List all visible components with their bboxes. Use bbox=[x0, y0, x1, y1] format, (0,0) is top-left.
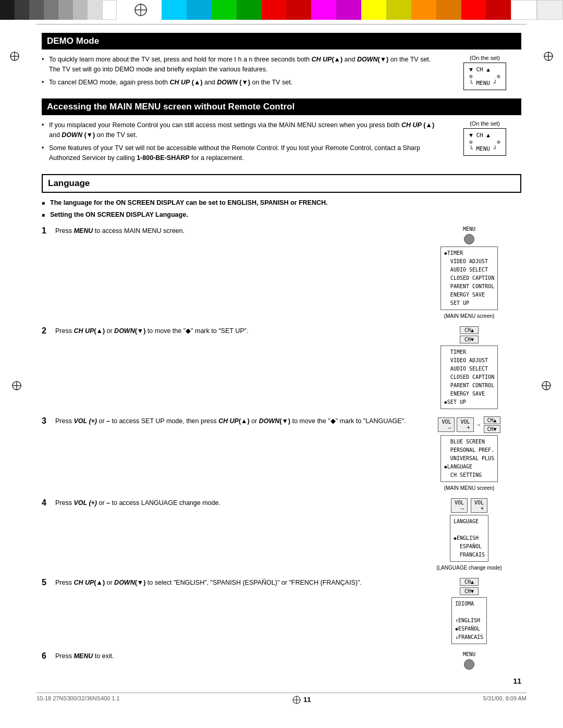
step-6-inner: Press MENU to exit. MENU bbox=[55, 651, 521, 670]
step-2-inner: Press CH UP(▲) or DOWN(▼) to move the "◆… bbox=[55, 326, 521, 409]
accessing-title: Accessing the MAIN MENU screen without R… bbox=[42, 98, 521, 115]
step-6-text: Press MENU to exit. bbox=[55, 651, 412, 661]
step-2-row: 2 Press CH UP(▲) or DOWN(▼) to move the … bbox=[42, 326, 521, 409]
left-reg-mark bbox=[9, 51, 20, 63]
step-3-content: Press VOL (+) or – to access SET UP mode… bbox=[55, 416, 521, 491]
step-6-row: 6 Press MENU to exit. MENU bbox=[42, 651, 521, 670]
menu-button-icon bbox=[464, 234, 474, 244]
language-square-bullets: The language for the ON SCREEN DISPLAY c… bbox=[42, 198, 521, 220]
demo-bullet-1: To quickly learn more about the TV set, … bbox=[42, 55, 443, 75]
footer-crosshair bbox=[292, 695, 301, 705]
step-3-inner: Press VOL (+) or – to access SET UP mode… bbox=[55, 416, 521, 491]
accessing-body: If you misplaced your Remote Control you… bbox=[42, 120, 521, 166]
step-4-inner: Press VOL (+) or – to access LANGUAGE ch… bbox=[55, 498, 521, 571]
accessing-text: If you misplaced your Remote Control you… bbox=[42, 120, 443, 166]
top-color-bar bbox=[0, 0, 563, 20]
demo-body: To quickly learn more about the TV set, … bbox=[42, 55, 521, 90]
step-1-number: 1 bbox=[42, 226, 51, 236]
step-4-text: Press VOL (+) or – to access LANGUAGE ch… bbox=[55, 498, 412, 508]
step-2-diagram: CH▲ CH▼ TIMER VIDEO ADJUST AUDIO SELECT … bbox=[417, 326, 521, 409]
step-2-content: Press CH UP(▲) or DOWN(▼) to move the "◆… bbox=[55, 326, 521, 409]
right-reg-mark bbox=[543, 51, 554, 63]
menu-button-icon-6 bbox=[464, 659, 474, 670]
demo-section: DEMO Mode To quickly learn more about th… bbox=[42, 33, 521, 90]
step-4-screen-label: (LANGUAGE change mode) bbox=[436, 565, 502, 571]
step-3-screen-label: (MAIN MENU screen) bbox=[444, 485, 495, 491]
chv-button-5[interactable]: CH▼ bbox=[460, 587, 479, 595]
right-reg-mark-2 bbox=[541, 380, 552, 392]
cha-button[interactable]: CH▲ bbox=[460, 326, 479, 334]
language-square-bullet-1: The language for the ON SCREEN DISPLAY c… bbox=[42, 198, 521, 208]
accessing-bullet-2: Some features of your TV set will not be… bbox=[42, 143, 443, 163]
step-3-menu-screen: BLUE SCREEN PERSONAL PREF. UNIVERSAL PLU… bbox=[440, 435, 498, 482]
step-6-content: Press MENU to exit. MENU bbox=[55, 651, 521, 670]
step-1-text: Press MENU to access MAIN MENU screen. bbox=[55, 226, 412, 236]
demo-diagram: (On the set) ▼ CH ▲ ⊙ ⊙ └ MENU ┘ bbox=[448, 55, 521, 90]
step-3-number: 3 bbox=[42, 416, 51, 426]
demo-diagram-label: (On the set) bbox=[448, 55, 521, 61]
left-reg-mark-2 bbox=[11, 380, 22, 392]
demo-bullet-2: To cancel DEMO mode, again press both CH… bbox=[42, 78, 443, 88]
cha-button-5[interactable]: CH▲ bbox=[460, 578, 479, 586]
step-3-text: Press VOL (+) or – to access SET UP mode… bbox=[55, 416, 412, 426]
accessing-tv-diagram: ▼ CH ▲ ⊙ ⊙ └ MENU ┘ bbox=[463, 128, 506, 156]
step-4-row: 4 Press VOL (+) or – to access LANGUAGE … bbox=[42, 498, 521, 571]
accessing-section: Accessing the MAIN MENU screen without R… bbox=[42, 98, 521, 166]
step-5-content: Press CH UP(▲) or DOWN(▼) to select "ENG… bbox=[55, 578, 521, 644]
chv-button-3[interactable]: CH▼ bbox=[484, 425, 500, 433]
step-3-row: 3 Press VOL (+) or – to access SET UP mo… bbox=[42, 416, 521, 491]
step-2-text: Press CH UP(▲) or DOWN(▼) to move the "◆… bbox=[55, 326, 412, 336]
demo-title: DEMO Mode bbox=[42, 33, 521, 50]
bottom-area: 10-18 27NS300/32/36NS400 1.1 11 5/31/00,… bbox=[36, 693, 527, 705]
step-4-content: Press VOL (+) or – to access LANGUAGE ch… bbox=[55, 498, 521, 571]
page-footer: 10-18 27NS300/32/36NS400 1.1 11 5/31/00,… bbox=[36, 693, 527, 705]
step-1-inner: Press MENU to access MAIN MENU screen. M… bbox=[55, 226, 521, 319]
step-5-inner: Press CH UP(▲) or DOWN(▼) to select "ENG… bbox=[55, 578, 521, 644]
demo-tv-diagram: ▼ CH ▲ ⊙ ⊙ └ MENU ┘ bbox=[463, 63, 506, 90]
language-title: Language bbox=[42, 174, 521, 193]
vol-minus-button-4[interactable]: VOL– bbox=[451, 498, 468, 513]
step-1-content: Press MENU to access MAIN MENU screen. M… bbox=[55, 226, 521, 319]
step-1-diagram: MENU ◆TIMER VIDEO ADJUST AUDIO SELECT CL… bbox=[417, 226, 521, 319]
step-1-menu-screen: ◆TIMER VIDEO ADJUST AUDIO SELECT CLOSED … bbox=[440, 246, 498, 310]
accessing-bullet-1: If you misplaced your Remote Control you… bbox=[42, 120, 443, 140]
step-4-number: 4 bbox=[42, 498, 51, 508]
footer-center: 11 bbox=[292, 695, 311, 705]
center-crosshair bbox=[120, 0, 162, 20]
step-6-number: 6 bbox=[42, 651, 51, 661]
step-5-text: Press CH UP(▲) or DOWN(▼) to select "ENG… bbox=[55, 578, 412, 588]
accessing-bullets: If you misplaced your Remote Control you… bbox=[42, 120, 443, 163]
footer-right: 5/31/00, 8:09 AM bbox=[483, 695, 527, 705]
step-5-number: 5 bbox=[42, 578, 51, 587]
step-5-row: 5 Press CH UP(▲) or DOWN(▼) to select "E… bbox=[42, 578, 521, 644]
main-content: DEMO Mode To quickly learn more about th… bbox=[36, 24, 527, 690]
step-4-menu-screen: LANGUAGE ◆ENGLISH ESPAÑOL FRANCAIS bbox=[450, 515, 488, 562]
demo-bullets: To quickly learn more about the TV set, … bbox=[42, 55, 443, 87]
arrow-right: → bbox=[476, 422, 482, 428]
step-5-menu-screen: IDIOMA ↑ENGLISH ◆ESPAÑOL ↓FRANCAIS bbox=[451, 597, 487, 644]
step-1-screen-label: (MAIN MENU screen) bbox=[444, 313, 495, 319]
vol-plus-button-4[interactable]: VOL+ bbox=[471, 498, 487, 513]
step-1-menu-label: MENU bbox=[463, 226, 475, 232]
vol-minus-button[interactable]: VOL– bbox=[438, 417, 455, 432]
accessing-diagram-label: (On the set) bbox=[448, 120, 521, 127]
step-6-diagram: MENU bbox=[417, 651, 521, 670]
vol-plus-button[interactable]: VOL+ bbox=[457, 417, 473, 432]
step-2-menu-screen: TIMER VIDEO ADJUST AUDIO SELECT CLOSED C… bbox=[440, 346, 498, 409]
cha-button-3[interactable]: CH▲ bbox=[484, 416, 500, 424]
language-section: Language The language for the ON SCREEN … bbox=[42, 174, 521, 670]
step-1-row: 1 Press MENU to access MAIN MENU screen.… bbox=[42, 226, 521, 319]
demo-text: To quickly learn more about the TV set, … bbox=[42, 55, 443, 90]
page-number: 11 bbox=[42, 677, 521, 685]
footer-left: 10-18 27NS300/32/36NS400 1.1 bbox=[36, 695, 120, 705]
accessing-diagram: (On the set) ▼ CH ▲ ⊙ ⊙ └ MENU ┘ bbox=[448, 120, 521, 166]
step-4-diagram: VOL– VOL+ LANGUAGE ◆ENGLISH ESPAÑOL FRAN… bbox=[417, 498, 521, 571]
step-6-menu-label: MENU bbox=[463, 651, 475, 657]
language-square-bullet-2: Setting the ON SCREEN DISPLAY Language. bbox=[42, 210, 521, 220]
footer-page: 11 bbox=[303, 696, 311, 704]
grayscale-blocks bbox=[0, 0, 120, 20]
color-blocks bbox=[162, 0, 563, 20]
step-5-diagram: CH▲ CH▼ IDIOMA ↑ENGLISH ◆ESPAÑOL ↓FRANCA… bbox=[417, 578, 521, 644]
step-2-number: 2 bbox=[42, 326, 51, 336]
chv-button[interactable]: CH▼ bbox=[460, 336, 479, 343]
